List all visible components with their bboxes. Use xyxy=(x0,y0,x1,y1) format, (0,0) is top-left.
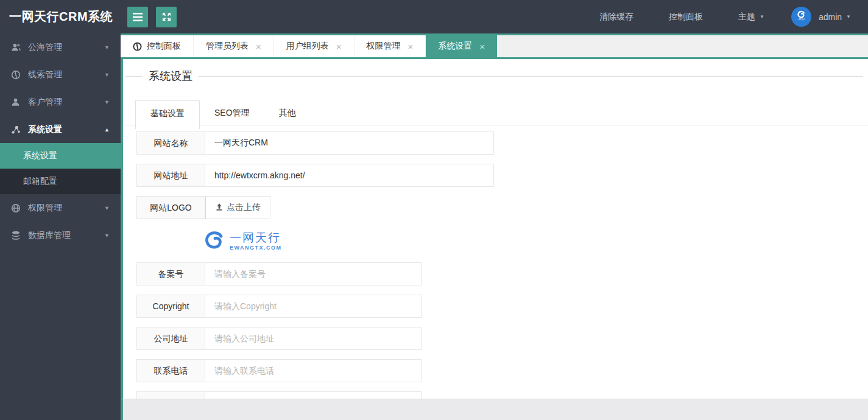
sidebar-item-leads[interactable]: 线索管理 ▼ xyxy=(0,61,121,88)
users-icon xyxy=(11,42,21,52)
logo-text-block: 一网天行 EWANGTX.COM xyxy=(230,231,282,251)
close-icon[interactable]: × xyxy=(336,42,342,51)
tab-label: 系统设置 xyxy=(438,41,472,52)
sidebar-item-database[interactable]: 数据库管理 ▼ xyxy=(0,222,121,249)
tab-dashboard[interactable]: 控制面板 xyxy=(121,35,194,57)
sidebar-item-label: 权限管理 xyxy=(28,203,62,214)
user-icon xyxy=(11,97,21,107)
tab-seo[interactable]: SEO管理 xyxy=(200,100,264,125)
tab-label: 管理员列表 xyxy=(206,41,249,52)
copyright-input[interactable] xyxy=(205,295,421,317)
tab-basic-settings[interactable]: 基础设置 xyxy=(135,100,200,129)
upload-button[interactable]: 点击上传 xyxy=(205,197,270,219)
close-icon[interactable]: × xyxy=(479,42,485,51)
sidebar-submenu: 系统设置 邮箱配置 xyxy=(0,143,121,194)
page-title-block: 系统设置 xyxy=(125,65,863,87)
logo-swirl-icon xyxy=(797,10,806,19)
tab-label: 用户组列表 xyxy=(286,41,329,52)
sidebar-subitem-system-settings[interactable]: 系统设置 xyxy=(0,143,121,169)
globe-icon xyxy=(11,203,21,213)
field-site-logo: 网站LOGO 点击上传 xyxy=(136,196,270,219)
avatar-label: 一网天行 xyxy=(797,19,806,21)
sidebar-item-public-pool[interactable]: 公海管理 ▼ xyxy=(0,33,121,61)
close-icon[interactable]: × xyxy=(256,42,261,51)
tab-other[interactable]: 其他 xyxy=(264,100,311,125)
caret-down-icon: ▼ xyxy=(846,14,851,19)
tab-permissions[interactable]: 权限管理 × xyxy=(355,35,426,57)
field-label: 网站LOGO xyxy=(137,197,205,219)
clear-cache-link[interactable]: 清除缓存 xyxy=(599,12,633,23)
field-label: 网站名称 xyxy=(137,132,205,154)
field-site-url: 网站地址 xyxy=(136,164,494,187)
sidebar: 公海管理 ▼ 线索管理 ▼ 客户管理 ▼ 系统设置 ▲ 系统设置 邮箱配置 xyxy=(0,33,121,420)
field-company-address: 公司地址 xyxy=(136,327,422,350)
close-icon[interactable]: × xyxy=(408,42,414,51)
field-contact-phone: 联系电话 xyxy=(136,359,422,382)
tab-admin-list[interactable]: 管理员列表 × xyxy=(194,35,274,57)
chevron-down-icon: ▼ xyxy=(104,44,110,51)
sidebar-item-label: 系统设置 xyxy=(28,124,62,135)
chevron-down-icon: ▼ xyxy=(104,233,110,239)
fullscreen-button[interactable] xyxy=(156,7,177,27)
field-copyright: Copyright xyxy=(136,295,422,318)
main-area: 控制面板 管理员列表 × 用户组列表 × 权限管理 × 系统设置 × 系统设置 … xyxy=(121,33,868,420)
username: admin xyxy=(819,12,842,22)
sidebar-subitem-label: 系统设置 xyxy=(23,150,57,161)
globe-icon xyxy=(133,42,142,51)
field-label: Copyright xyxy=(137,295,205,317)
tab-system-settings[interactable]: 系统设置 × xyxy=(426,35,498,57)
sidebar-item-permissions[interactable]: 权限管理 ▼ xyxy=(0,194,121,222)
field-label: 备案号 xyxy=(137,263,205,285)
company-address-input[interactable] xyxy=(205,327,421,349)
tab-label: 控制面板 xyxy=(147,41,181,52)
database-icon xyxy=(11,230,21,240)
site-logo-preview: 一网天行 EWANGTX.COM xyxy=(203,228,282,254)
user-avatar[interactable]: 一网天行 xyxy=(791,7,811,27)
sidebar-subitem-mail-config[interactable]: 邮箱配置 xyxy=(0,169,121,194)
sidebar-item-system-settings[interactable]: 系统设置 ▲ xyxy=(0,116,121,143)
sidebar-toggle-button[interactable] xyxy=(127,7,148,27)
nodes-icon xyxy=(11,124,21,135)
logo-swirl-icon xyxy=(203,230,225,253)
chevron-down-icon: ▼ xyxy=(104,99,110,105)
page-title: 系统设置 xyxy=(143,65,199,87)
field-label: 联系电话 xyxy=(137,360,205,382)
logo-text: 一网天行 xyxy=(230,231,282,245)
theme-dropdown[interactable]: 主题 ▼ xyxy=(738,12,764,23)
footer: 2020 © 一网天行CRM系统 xyxy=(121,399,868,420)
caret-down-icon: ▼ xyxy=(760,14,764,19)
field-label: 公司地址 xyxy=(137,327,205,349)
app-title: 一网天行CRM系统 xyxy=(0,9,119,25)
site-name-input[interactable] xyxy=(205,132,493,154)
fullscreen-icon xyxy=(162,12,171,21)
field-label: 网站地址 xyxy=(137,164,205,186)
compass-icon xyxy=(11,69,21,80)
logo-subtext: EWANGTX.COM xyxy=(230,245,282,251)
user-menu[interactable]: admin ▼ xyxy=(819,12,851,22)
field-site-name: 网站名称 xyxy=(136,131,494,155)
upload-icon xyxy=(215,203,224,213)
chevron-down-icon: ▼ xyxy=(104,205,110,211)
sidebar-subitem-label: 邮箱配置 xyxy=(23,176,57,187)
field-icp-number: 备案号 xyxy=(136,262,422,285)
content-panel: 系统设置 基础设置 SEO管理 其他 网站名称 网站地址 网站LOGO xyxy=(121,59,868,420)
icp-number-input[interactable] xyxy=(205,263,421,285)
hamburger-icon xyxy=(133,13,143,21)
control-panel-link[interactable]: 控制面板 xyxy=(669,12,703,23)
sidebar-item-customers[interactable]: 客户管理 ▼ xyxy=(0,88,121,116)
settings-tabs: 基础设置 SEO管理 其他 xyxy=(125,100,868,125)
sidebar-item-label: 数据库管理 xyxy=(28,230,71,241)
tab-label: 权限管理 xyxy=(367,41,401,52)
sidebar-item-label: 客户管理 xyxy=(28,97,62,108)
sidebar-item-label: 线索管理 xyxy=(28,69,62,80)
site-url-input[interactable] xyxy=(205,164,493,186)
settings-form: 网站名称 网站地址 网站LOGO 点击上传 xyxy=(136,131,868,415)
sidebar-item-label: 公海管理 xyxy=(28,42,62,53)
tab-user-groups[interactable]: 用户组列表 × xyxy=(274,35,355,57)
chevron-up-icon: ▲ xyxy=(104,127,110,133)
open-tabs-bar: 控制面板 管理员列表 × 用户组列表 × 权限管理 × 系统设置 × xyxy=(121,33,868,59)
chevron-down-icon: ▼ xyxy=(104,72,110,78)
app-header: 一网天行CRM系统 清除缓存 控制面板 主题 ▼ 一网天行 admin ▼ xyxy=(0,0,868,33)
contact-phone-input[interactable] xyxy=(205,360,421,382)
theme-label: 主题 xyxy=(738,12,755,23)
